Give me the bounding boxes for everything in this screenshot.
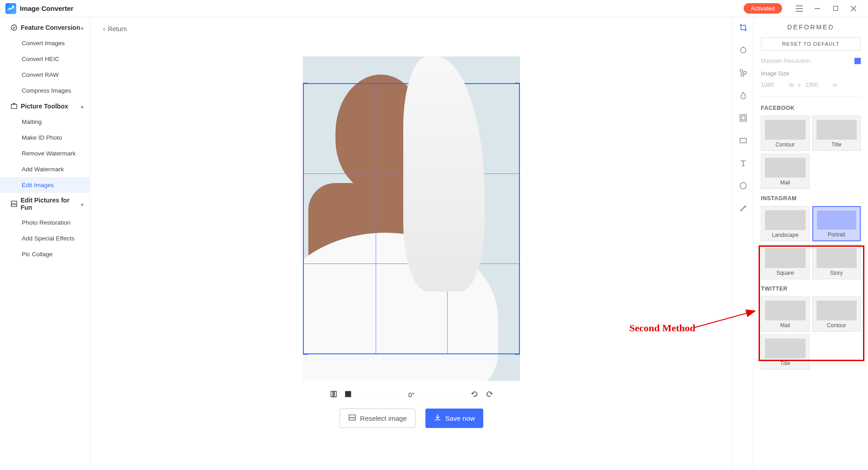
crop-handle-tr[interactable] — [515, 83, 520, 88]
sidebar-item-convert-heic[interactable]: Convert HEIC — [0, 51, 90, 67]
sidebar-item-id-photo[interactable]: Make ID Photo — [0, 130, 90, 146]
instagram-header: INSTAGRAM — [761, 195, 861, 202]
reset-button[interactable]: RESET TO DEFAULT — [761, 37, 861, 51]
maintain-label: Maintain Resolution — [761, 58, 811, 64]
annotation-arrow — [692, 307, 760, 330]
preset-fb-contour[interactable]: Contour — [761, 116, 810, 151]
preset-ig-square[interactable]: Square — [761, 244, 810, 279]
crop-tool-icon[interactable] — [738, 23, 748, 33]
sidebar-item-compress[interactable]: Compress Images — [0, 83, 90, 99]
rotate-value: 0° — [408, 391, 414, 399]
gallery-icon — [348, 414, 356, 423]
rotate-scale-right[interactable]: · · · · · · — [421, 392, 465, 397]
panel-title: DEFORMED — [761, 24, 861, 31]
palette-tool-icon[interactable] — [738, 181, 748, 191]
facebook-grid: Contour Title Mail — [761, 116, 861, 189]
reselect-button[interactable]: Reselect image — [340, 409, 415, 428]
title-bar: Image Converter Activated — [0, 0, 868, 17]
toolbox-icon — [10, 102, 18, 110]
adjust-tool-icon[interactable] — [738, 68, 748, 78]
section-picture-toolbox[interactable]: Picture Toolbox ▴ — [0, 99, 90, 114]
height-input[interactable]: 1350 — [805, 81, 829, 88]
crop-handle-bl[interactable] — [303, 349, 308, 355]
flip-vertical-icon[interactable] — [344, 390, 352, 400]
maintain-checkbox[interactable] — [854, 58, 861, 64]
main-area: ‹ Return — [90, 17, 732, 470]
download-icon — [434, 414, 442, 423]
preset-tw-contour[interactable]: Contour — [812, 296, 861, 332]
section-feature-conversion[interactable]: Feature Conversion ▴ — [0, 20, 90, 35]
maintain-resolution-row: Maintain Resolution — [761, 58, 861, 64]
rotate-ccw-icon[interactable] — [471, 390, 479, 400]
svg-rect-12 — [741, 116, 745, 120]
app-logo — [5, 3, 16, 14]
svg-rect-5 — [345, 391, 351, 397]
close-icon[interactable] — [844, 0, 863, 17]
drop-tool-icon[interactable] — [738, 90, 748, 100]
preset-fb-title[interactable]: Title — [812, 116, 861, 151]
flip-horizontal-icon[interactable] — [330, 390, 338, 400]
menu-icon[interactable] — [790, 0, 808, 17]
svg-point-10 — [741, 74, 744, 76]
crop-handle-br[interactable] — [515, 349, 520, 355]
image-preview[interactable] — [303, 56, 520, 381]
sidebar-item-remove-watermark[interactable]: Remove Watermark — [0, 146, 90, 161]
minimize-icon[interactable] — [808, 0, 826, 17]
rotate-cw-icon[interactable] — [485, 390, 493, 400]
sidebar-item-collage[interactable]: Pic Collage — [0, 246, 90, 262]
return-label: Return — [108, 25, 127, 33]
sidebar-item-effects[interactable]: Add Special Effects — [0, 230, 90, 246]
preset-tw-mail[interactable]: Mail — [761, 296, 810, 332]
save-button[interactable]: Save now — [425, 409, 483, 428]
sidebar-item-restoration[interactable]: Photo Restoration — [0, 215, 90, 230]
svg-point-8 — [740, 70, 743, 72]
canvas-area: · · · · · · 0° · · · · · · Reselect imag… — [90, 33, 732, 470]
picture-icon — [10, 200, 18, 208]
maximize-icon[interactable] — [826, 0, 844, 17]
frame-tool-icon[interactable] — [738, 113, 748, 123]
right-panel: DEFORMED RESET TO DEFAULT Maintain Resol… — [732, 17, 868, 470]
brush-tool-icon[interactable] — [738, 203, 748, 213]
twitter-header: TWITTER — [761, 286, 861, 292]
text-tool-icon[interactable] — [738, 158, 748, 168]
svg-point-0 — [12, 5, 14, 7]
preset-fb-mail[interactable]: Mail — [761, 154, 810, 189]
facebook-header: FACEBOOK — [761, 105, 861, 111]
color-tool-icon[interactable] — [738, 45, 748, 55]
preset-ig-landscape[interactable]: Landscape — [761, 206, 810, 241]
tool-rail — [733, 17, 754, 470]
preset-ig-story[interactable]: Story — [812, 244, 861, 279]
svg-line-15 — [694, 311, 755, 328]
reselect-label: Reselect image — [360, 414, 406, 422]
section-label: Edit Pictures for Fun — [20, 197, 81, 211]
crop-handle-tl[interactable] — [303, 83, 308, 88]
svg-rect-1 — [833, 6, 838, 11]
image-size-label: Image Size — [761, 70, 861, 77]
sidebar-item-matting[interactable]: Matting — [0, 114, 90, 130]
activated-badge: Activated — [744, 3, 782, 14]
sidebar-item-convert-images[interactable]: Convert Images — [0, 35, 90, 51]
preset-ig-portrait[interactable]: Portrait — [812, 206, 861, 241]
preset-tw-title[interactable]: Title — [761, 334, 810, 370]
chevron-up-icon: ▴ — [81, 103, 84, 109]
svg-rect-4 — [11, 201, 17, 207]
save-label: Save now — [445, 414, 475, 422]
sidebar-item-add-watermark[interactable]: Add Watermark — [0, 161, 90, 177]
width-label: W — [789, 82, 793, 88]
rotate-scale-left[interactable]: · · · · · · — [359, 392, 402, 397]
action-row: Reselect image Save now — [340, 409, 483, 428]
sidebar-item-edit-images[interactable]: Edit Images — [0, 177, 90, 193]
rect-tool-icon[interactable] — [738, 136, 748, 146]
size-row: 1080 W x 1350 H — [761, 81, 861, 97]
app-title: Image Converter — [20, 5, 73, 12]
sidebar-item-convert-raw[interactable]: Convert RAW — [0, 67, 90, 83]
sync-icon — [10, 24, 18, 32]
width-input[interactable]: 1080 — [761, 81, 784, 88]
svg-point-9 — [744, 71, 746, 74]
return-button[interactable]: ‹ Return — [90, 17, 732, 33]
height-label: H — [833, 82, 837, 88]
chevron-up-icon: ▴ — [81, 201, 84, 207]
instagram-grid: Landscape Portrait Square Story — [761, 206, 861, 279]
section-edit-fun[interactable]: Edit Pictures for Fun ▴ — [0, 193, 90, 215]
twitter-grid: Mail Contour Title — [761, 296, 861, 370]
